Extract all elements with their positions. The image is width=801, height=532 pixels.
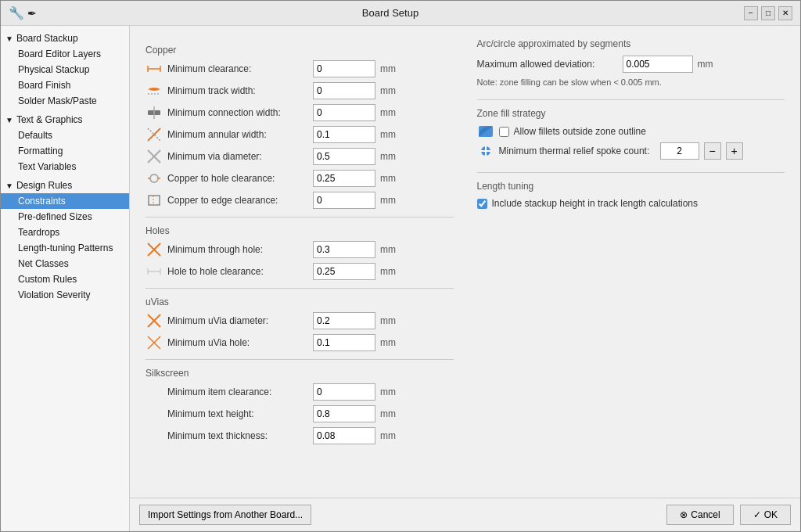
sidebar-item-solder-mask-paste[interactable]: Solder Mask/Paste <box>1 93 129 109</box>
conn-width-icon <box>145 104 163 121</box>
ok-icon: ✓ <box>753 509 761 520</box>
min-track-width-label: Minimum track width: <box>167 85 308 96</box>
stackup-height-checkbox[interactable] <box>477 199 487 209</box>
sidebar-item-violation-severity[interactable]: Violation Severity <box>1 287 129 303</box>
content-body: Copper Minimum clearance: mm <box>130 26 800 498</box>
arc-deviation-input[interactable] <box>623 56 693 73</box>
cancel-label: Cancel <box>691 509 720 520</box>
length-tuning-label: Length tuning <box>477 181 785 192</box>
min-item-clearance-input[interactable] <box>313 383 375 401</box>
board-setup-window: 🔧 ✒ Board Setup − □ ✕ ▼ Board Stackup Bo… <box>0 0 801 532</box>
min-conn-width-input[interactable] <box>313 104 375 121</box>
sidebar-item-board-editor-layers[interactable]: Board Editor Layers <box>1 46 129 62</box>
min-uvia-hole-input[interactable] <box>313 334 375 351</box>
field-row-min-through-hole: Minimum through hole: mm <box>145 241 454 258</box>
hole-clearance-icon <box>145 263 163 280</box>
stackup-height-row: Include stackup height in track length c… <box>477 198 785 209</box>
copper-section-label: Copper <box>145 45 454 56</box>
arc-note: Note: zone filling can be slow when < 0.… <box>477 77 785 87</box>
field-row-min-text-thickness: Minimum text thickness: mm <box>145 427 454 444</box>
zone-divider <box>477 172 785 173</box>
silkscreen-section-label: Silkscreen <box>145 368 454 379</box>
annular-width-icon <box>145 126 163 143</box>
min-annular-width-input[interactable] <box>313 126 375 143</box>
thermal-spoke-decrement[interactable]: − <box>704 142 721 160</box>
min-conn-width-label: Minimum connection width: <box>167 107 308 118</box>
sidebar-item-label: Solder Mask/Paste <box>18 95 97 106</box>
min-track-width-unit: mm <box>380 85 396 96</box>
sidebar-item-label: Custom Rules <box>18 274 77 285</box>
allow-fillets-checkbox[interactable] <box>499 127 509 137</box>
min-clearance-input[interactable] <box>313 60 375 77</box>
cu-hole-clearance-unit: mm <box>380 173 396 184</box>
min-through-hole-input[interactable] <box>313 241 375 258</box>
minimize-button[interactable]: − <box>744 6 758 20</box>
maximize-button[interactable]: □ <box>761 6 775 20</box>
sidebar-item-teardrops[interactable]: Teardrops <box>1 225 129 240</box>
sidebar-group-text-graphics[interactable]: ▼ Text & Graphics <box>1 112 129 128</box>
sidebar-item-label: Constraints <box>18 196 66 207</box>
min-uvia-hole-unit: mm <box>380 337 396 348</box>
field-row-cu-edge-clearance: Copper to edge clearance: mm <box>145 192 454 209</box>
via-diameter-icon <box>145 148 163 165</box>
clearance-icon <box>145 60 163 77</box>
min-via-diameter-input[interactable] <box>313 148 375 165</box>
min-text-thickness-input[interactable] <box>313 427 375 444</box>
sidebar-group-design-rules[interactable]: ▼ Design Rules <box>1 178 129 193</box>
sidebar-item-defaults[interactable]: Defaults <box>1 128 129 143</box>
svg-line-6 <box>148 128 160 141</box>
sidebar-item-label: Text Variables <box>18 161 76 172</box>
hole-clearance-input[interactable] <box>313 263 375 280</box>
ok-label: OK <box>764 509 778 520</box>
thermal-spoke-input[interactable] <box>660 142 699 160</box>
import-button[interactable]: Import Settings from Another Board... <box>139 505 311 525</box>
close-button[interactable]: ✕ <box>778 6 792 20</box>
svg-rect-13 <box>149 196 160 205</box>
min-text-thickness-label: Minimum text thickness: <box>167 430 308 441</box>
content-right: Arc/circle approximated by segments Maxi… <box>477 38 785 485</box>
sidebar-item-physical-stackup[interactable]: Physical Stackup <box>1 62 129 77</box>
sidebar-group-board-stackup[interactable]: ▼ Board Stackup <box>1 31 129 46</box>
sidebar-item-constraints[interactable]: Constraints <box>1 193 129 209</box>
holes-divider <box>145 288 454 289</box>
sidebar-item-formatting[interactable]: Formatting <box>1 143 129 159</box>
min-text-height-label: Minimum text height: <box>167 408 308 419</box>
sidebar-item-length-tuning-patterns[interactable]: Length-tuning Patterns <box>1 240 129 256</box>
min-track-width-input[interactable] <box>313 82 375 99</box>
content-left: Copper Minimum clearance: mm <box>145 38 454 485</box>
ok-button[interactable]: ✓ OK <box>740 505 791 525</box>
min-clearance-label: Minimum clearance: <box>167 63 308 74</box>
uvia-hole-icon <box>145 334 163 351</box>
holes-section-label: Holes <box>145 225 454 236</box>
field-row-min-uvia-hole: Minimum uVia hole: mm <box>145 334 454 351</box>
thermal-spoke-increment[interactable]: + <box>726 142 743 160</box>
sidebar-item-custom-rules[interactable]: Custom Rules <box>1 271 129 287</box>
sidebar-item-pre-defined-sizes[interactable]: Pre-defined Sizes <box>1 209 129 225</box>
sidebar-group-label-stackup: Board Stackup <box>16 33 78 44</box>
min-text-height-input[interactable] <box>313 405 375 422</box>
sidebar-item-text-variables[interactable]: Text Variables <box>1 159 129 174</box>
cancel-button[interactable]: ⊗ Cancel <box>666 505 733 525</box>
sidebar-item-net-classes[interactable]: Net Classes <box>1 256 129 271</box>
min-uvia-diameter-input[interactable] <box>313 312 375 329</box>
item-clearance-icon <box>145 383 163 401</box>
hole-clearance-label: Hole to hole clearance: <box>167 266 308 277</box>
thermal-icon <box>477 145 494 157</box>
expand-arrow-stackup: ▼ <box>5 34 13 43</box>
hole-clearance-unit: mm <box>380 266 396 277</box>
app-icon: 🔧 <box>9 5 24 20</box>
cu-hole-clearance-input[interactable] <box>313 170 375 187</box>
footer: Import Settings from Another Board... ⊗ … <box>130 498 800 531</box>
titlebar: 🔧 ✒ Board Setup − □ ✕ <box>1 1 800 26</box>
sidebar-group-label-design: Design Rules <box>16 180 72 191</box>
thermal-spoke-label: Minimum thermal relief spoke count: <box>499 146 656 156</box>
sidebar-item-label: Board Editor Layers <box>18 49 101 59</box>
zone-fill-section: Zone fill strategy Allow fillets outside… <box>477 108 785 160</box>
window-controls: − □ ✕ <box>744 6 792 20</box>
uvia-diameter-icon <box>145 312 163 329</box>
sidebar-item-label: Violation Severity <box>18 289 91 300</box>
sidebar-item-board-finish[interactable]: Board Finish <box>1 77 129 93</box>
min-uvia-hole-label: Minimum uVia hole: <box>167 337 308 348</box>
titlebar-left: 🔧 ✒ <box>9 5 37 20</box>
cu-edge-clearance-input[interactable] <box>313 192 375 209</box>
